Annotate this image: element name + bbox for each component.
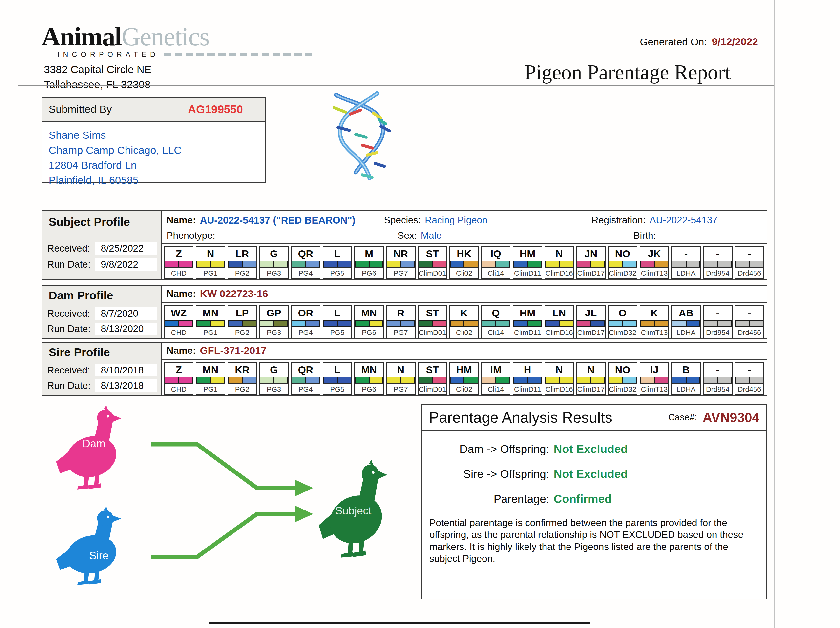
marker-allele: LP bbox=[228, 306, 256, 320]
marker-cell: MNPG6 bbox=[354, 362, 384, 395]
page-title: Pigeon Parentage Report bbox=[482, 60, 773, 84]
run-date-label: Run Date: bbox=[47, 259, 95, 270]
marker-color-band bbox=[355, 261, 383, 268]
marker-allele: N bbox=[545, 363, 573, 377]
dam-profile-box: Dam Profile Received: 8/7/2020 Run Date:… bbox=[41, 285, 767, 339]
marker-allele: O bbox=[608, 306, 636, 320]
company-address: 3382 Capital Circle NE Tallahassee, FL 3… bbox=[44, 62, 312, 92]
marker-locus: Cli14 bbox=[482, 327, 510, 338]
marker-locus: ClimD11 bbox=[513, 268, 541, 279]
marker-cell: RPG7 bbox=[386, 305, 415, 338]
marker-cell: NClimD17 bbox=[576, 362, 606, 395]
received-date: 8/7/2020 bbox=[95, 307, 157, 320]
marker-locus: ClimT13 bbox=[640, 327, 668, 338]
marker-locus: ClimD17 bbox=[577, 383, 605, 395]
marker-locus: ClimD16 bbox=[545, 327, 573, 338]
logo-text-genetics: Genetics bbox=[122, 22, 209, 51]
marker-locus: PG1 bbox=[196, 268, 224, 279]
marker-cell: MPG6 bbox=[354, 246, 384, 279]
marker-cell: NRPG7 bbox=[386, 246, 415, 279]
marker-cell: LPG5 bbox=[323, 362, 352, 395]
marker-color-band bbox=[736, 377, 763, 383]
marker-allele: - bbox=[736, 363, 763, 377]
marker-allele: MN bbox=[196, 363, 224, 377]
marker-locus: Cli02 bbox=[450, 268, 478, 279]
marker-color-band bbox=[704, 261, 731, 268]
marker-color-band bbox=[513, 261, 541, 268]
marker-locus: Cli14 bbox=[482, 383, 510, 395]
marker-locus: LDHA bbox=[672, 383, 700, 395]
marker-color-band bbox=[418, 261, 447, 268]
marker-color-band bbox=[260, 320, 288, 327]
dam-marker-row: WZCHDMNPG1LPPG2GPPG3ORPG4LPG5MNPG6RPG7ST… bbox=[161, 303, 767, 338]
marker-color-band bbox=[196, 320, 224, 327]
marker-color-band bbox=[640, 261, 668, 268]
marker-allele: NO bbox=[608, 247, 636, 261]
marker-cell: STClimD01 bbox=[418, 246, 447, 279]
marker-color-band bbox=[260, 377, 288, 383]
marker-cell: HClimD11 bbox=[513, 362, 542, 395]
marker-locus: Drd456 bbox=[736, 383, 763, 395]
marker-color-band bbox=[196, 261, 224, 268]
marker-cell: HMClimD11 bbox=[513, 246, 542, 279]
marker-locus: CHD bbox=[165, 383, 193, 395]
marker-allele: - bbox=[704, 363, 731, 377]
species-label: Species: bbox=[384, 215, 421, 226]
marker-allele: KR bbox=[228, 363, 256, 377]
marker-cell: -Drd456 bbox=[735, 362, 764, 395]
company-address-line1: 3382 Capital Circle NE bbox=[44, 62, 312, 77]
marker-locus: ClimD01 bbox=[418, 268, 447, 279]
marker-cell: LPG5 bbox=[323, 305, 352, 338]
marker-allele: ST bbox=[418, 306, 447, 320]
marker-locus: LDHA bbox=[672, 268, 700, 279]
marker-locus: PG5 bbox=[324, 383, 351, 395]
marker-cell: -Drd456 bbox=[735, 305, 764, 338]
subject-registration: AU-2022-54137 bbox=[649, 215, 717, 226]
marker-locus: CHD bbox=[165, 268, 193, 279]
marker-locus: ClimD11 bbox=[513, 327, 541, 338]
marker-allele: N bbox=[387, 363, 415, 377]
marker-locus: Cli02 bbox=[450, 383, 478, 395]
marker-cell: STClimD01 bbox=[418, 305, 447, 338]
marker-cell: MNPG6 bbox=[354, 305, 384, 338]
marker-locus: ClimD01 bbox=[418, 327, 447, 338]
case-number-label: Case#: bbox=[668, 412, 697, 423]
marker-color-band bbox=[418, 320, 447, 327]
scan-artifact-line bbox=[209, 622, 591, 623]
marker-allele: - bbox=[736, 247, 763, 261]
dam-pigeon-label: Dam bbox=[72, 438, 116, 450]
marker-cell: GPG3 bbox=[259, 246, 289, 279]
pedigree-arrows bbox=[138, 425, 321, 578]
marker-allele: R bbox=[387, 306, 415, 320]
marker-allele: IJ bbox=[640, 363, 668, 377]
dam-to-subject-arrow bbox=[151, 444, 296, 488]
marker-cell: -LDHA bbox=[671, 246, 701, 279]
marker-allele: Q bbox=[482, 306, 510, 320]
sire-name: GFL-371-2017 bbox=[200, 345, 266, 356]
subject-pigeon-label: Subject bbox=[328, 505, 378, 517]
marker-allele: ST bbox=[418, 247, 447, 261]
marker-color-band bbox=[228, 320, 256, 327]
marker-cell: KClimT13 bbox=[639, 305, 669, 338]
sire-pigeon-silhouette bbox=[56, 507, 121, 585]
marker-color-band bbox=[704, 320, 731, 327]
marker-locus: ClimD16 bbox=[545, 383, 573, 395]
marker-locus: ClimT13 bbox=[640, 383, 668, 395]
name-label: Name: bbox=[166, 288, 196, 299]
marker-color-band bbox=[640, 377, 668, 383]
marker-cell: LPG5 bbox=[323, 246, 352, 279]
marker-cell: STClimD01 bbox=[418, 362, 447, 395]
marker-locus: PG2 bbox=[228, 383, 256, 395]
received-date: 8/10/2018 bbox=[95, 364, 157, 376]
marker-color-band bbox=[165, 261, 193, 268]
marker-allele: K bbox=[640, 306, 668, 320]
marker-allele: N bbox=[196, 247, 224, 261]
subject-name: AU-2022-54137 ("RED BEARON") bbox=[200, 215, 355, 226]
header-divider bbox=[18, 85, 774, 87]
subject-sex: Male bbox=[421, 230, 442, 241]
marker-cell: QCli14 bbox=[481, 305, 510, 338]
marker-color-band bbox=[672, 377, 700, 383]
marker-locus: PG4 bbox=[292, 268, 319, 279]
submitted-by-label: Submitted By bbox=[49, 103, 112, 115]
received-label: Received: bbox=[47, 365, 95, 376]
